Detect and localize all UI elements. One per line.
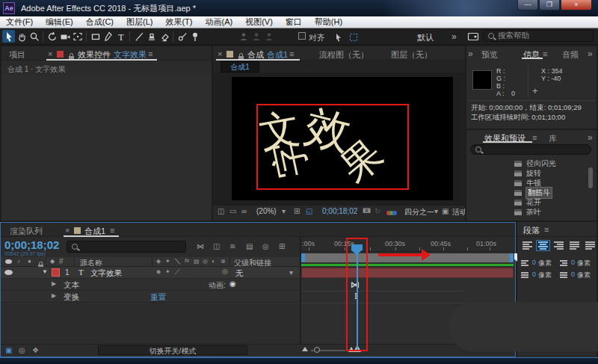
- property-row-text[interactable]: ▶ 文本 动画: ◉: [1, 279, 300, 291]
- align-left-button[interactable]: [520, 240, 534, 251]
- tab-audio[interactable]: 音频: [562, 49, 588, 61]
- effects-panel-menu-icon[interactable]: ≡: [532, 134, 537, 142]
- frame-blend-icon[interactable]: ▤: [246, 243, 253, 250]
- layer-color-swatch[interactable]: [52, 268, 60, 277]
- preset-list-item[interactable]: 旋转: [466, 167, 597, 177]
- timeline-ruler[interactable]: :00s 00:15s 00:30s 00:45s 01:00s: [301, 237, 515, 252]
- brush-tool[interactable]: [132, 30, 145, 43]
- camera-tool[interactable]: [58, 30, 71, 43]
- snap-cursor-icon[interactable]: [332, 31, 345, 43]
- menu-animation[interactable]: 动画(A): [206, 16, 233, 28]
- motion-blur-icon[interactable]: ◎: [262, 243, 269, 250]
- eraser-tool[interactable]: [158, 30, 170, 43]
- close-button[interactable]: ×: [561, 0, 592, 10]
- menu-help[interactable]: 帮助(H): [315, 16, 342, 28]
- preset-list-item-selected[interactable]: 翻筋斗: [466, 187, 597, 197]
- snap-checkbox[interactable]: [298, 32, 306, 40]
- frame-blend-toggle-icon[interactable]: ▣: [5, 347, 12, 354]
- comp-panel-menu-icon[interactable]: ≡: [289, 50, 294, 58]
- layer-eye-icon[interactable]: [4, 270, 13, 275]
- hand-tool[interactable]: [15, 30, 28, 43]
- text-collapse-icon[interactable]: ▶: [52, 281, 56, 287]
- always-preview-icon[interactable]: ∞: [241, 208, 247, 215]
- indent-right-value[interactable]: 0: [571, 259, 575, 266]
- transform-collapse-icon[interactable]: ▶: [52, 293, 56, 299]
- timeline-zoom-knob[interactable]: [314, 347, 320, 353]
- space-before-value[interactable]: 0: [532, 271, 536, 278]
- mask-dashed-icon[interactable]: [347, 31, 360, 43]
- zoom-caret-icon[interactable]: ▾: [282, 208, 286, 215]
- tab-render-queue[interactable]: 渲染队列: [10, 226, 43, 237]
- info-panel-menu-icon[interactable]: ≡: [543, 50, 547, 58]
- comp-tab-close-icon[interactable]: ×: [218, 49, 222, 58]
- indent-left-value[interactable]: 0: [532, 259, 536, 266]
- workspace-more-chevron[interactable]: »: [451, 31, 457, 42]
- fast-preview-icon[interactable]: ▣: [442, 208, 449, 215]
- menu-layer[interactable]: 图层(L): [126, 16, 152, 28]
- minimize-button[interactable]: —: [517, 0, 538, 10]
- comp-mini-flowchart-icon[interactable]: ⋈: [197, 243, 204, 250]
- paragraph-title[interactable]: 段落: [523, 225, 540, 236]
- info-overflow-chevron[interactable]: »: [588, 49, 593, 58]
- pen-tool[interactable]: [102, 30, 114, 43]
- resolution-caret-icon[interactable]: ▾: [434, 208, 438, 215]
- viewer-tab-comp1[interactable]: 合成1: [221, 61, 259, 73]
- comp-current-time[interactable]: 0;00;18;02: [322, 207, 357, 215]
- take-snapshot-camera-icon[interactable]: 📷︎: [363, 206, 371, 215]
- clone-stamp-tool[interactable]: [145, 30, 158, 43]
- roto-brush-tool[interactable]: [176, 30, 188, 43]
- layer-row[interactable]: ▼ 1 T 文字效果 ◈ ✦ ／ ◎ 无 ▾: [1, 267, 300, 279]
- effects-search-field[interactable]: [470, 144, 591, 155]
- space-after-value[interactable]: 0: [571, 271, 575, 278]
- layer-expand-icon[interactable]: ▼: [42, 269, 48, 275]
- brainstorm-toggle-icon[interactable]: ❖: [32, 347, 39, 354]
- work-area-end-handle[interactable]: [510, 253, 514, 262]
- graph-editor-icon[interactable]: ⊞: [279, 243, 285, 250]
- resolution-value[interactable]: 四分之一: [404, 207, 434, 218]
- property-row-transform[interactable]: ▶ 变换 重置: [1, 291, 300, 303]
- timeline-tab-close-icon[interactable]: ×: [65, 226, 70, 235]
- layer-duration-bar[interactable]: [301, 268, 514, 278]
- pan-behind-tool[interactable]: [71, 30, 84, 43]
- timeline-search-field[interactable]: [67, 241, 186, 253]
- work-area-start-handle[interactable]: [301, 253, 305, 262]
- panel-menu-icon[interactable]: ≡: [148, 50, 152, 58]
- parent-dropdown-caret[interactable]: ▾: [289, 269, 293, 277]
- effect-controls-tab-close-icon[interactable]: ×: [48, 49, 52, 58]
- motion-blur-toggle-icon[interactable]: ◎: [19, 347, 25, 354]
- help-search-field[interactable]: 搜索帮助: [483, 30, 594, 42]
- layer-parent-dropdown[interactable]: 无: [235, 268, 244, 279]
- workspace-label[interactable]: 默认: [417, 32, 434, 43]
- draft-3d-icon[interactable]: ◫: [213, 243, 220, 250]
- rectangle-tool[interactable]: [89, 30, 102, 43]
- align-center-button[interactable]: [536, 240, 550, 251]
- toggle-switches-button[interactable]: 切换开关/模式: [98, 345, 247, 355]
- selection-tool[interactable]: [2, 30, 15, 43]
- menu-window[interactable]: 窗口: [286, 16, 302, 28]
- preset-list-item[interactable]: 茶叶: [466, 206, 597, 216]
- transform-reset-link[interactable]: 重置: [150, 292, 166, 303]
- paragraph-menu-icon[interactable]: ≡: [544, 226, 549, 234]
- workspace-screen-icon[interactable]: [466, 31, 479, 43]
- tab-project[interactable]: 项目: [9, 49, 25, 61]
- layer-pickwhip-icon[interactable]: ◎: [222, 268, 228, 275]
- show-snapshot-icon[interactable]: ▭: [229, 208, 236, 215]
- align-right-button[interactable]: [552, 240, 566, 251]
- tab-preview[interactable]: 预览: [481, 49, 498, 61]
- tab-library[interactable]: 库: [549, 133, 557, 144]
- animate-button-icon[interactable]: ◉: [229, 280, 236, 288]
- camera-view-value[interactable]: 活动: [452, 207, 465, 218]
- layer-quality-switch[interactable]: ／: [174, 268, 181, 275]
- layer-name[interactable]: 文字效果: [90, 268, 122, 279]
- zoom-out-mountain-icon[interactable]: [302, 347, 308, 351]
- justify-last-left-button[interactable]: [567, 240, 582, 251]
- hide-shy-icon[interactable]: ≋: [229, 243, 235, 250]
- justify-all-button[interactable]: [583, 240, 597, 251]
- menu-view[interactable]: 视图(V): [245, 16, 273, 28]
- timeline-current-time[interactable]: 0;00;18;02: [4, 238, 59, 251]
- menu-file[interactable]: 文件(F): [6, 16, 33, 28]
- tab-flowchart[interactable]: 流程图（无）: [319, 49, 369, 61]
- preset-list-item[interactable]: 径向闪光: [466, 158, 597, 167]
- rotation-tool[interactable]: [46, 30, 58, 43]
- preset-list-item[interactable]: 牛顿: [466, 177, 597, 187]
